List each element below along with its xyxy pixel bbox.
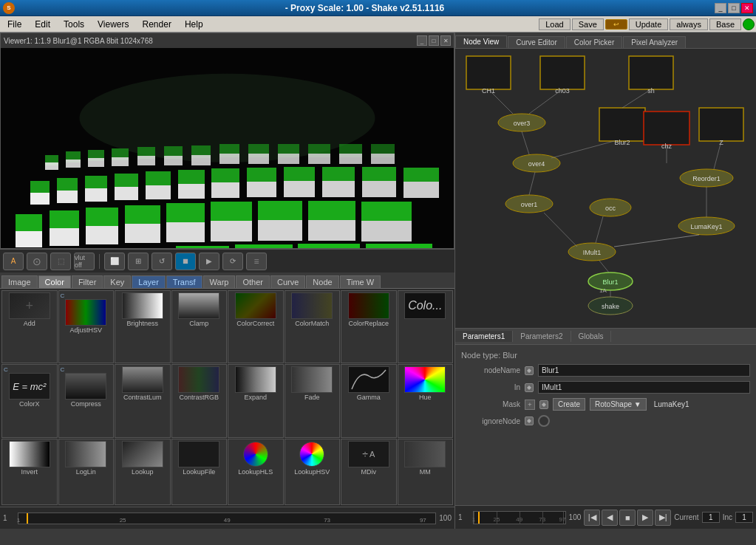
prev-frame-button[interactable]: ◀ [602,510,618,526]
tool-lookupfile[interactable]: LookupFile [171,439,228,505]
params-tab-2[interactable]: Parameters2 [513,331,571,342]
update-button[interactable]: Update [629,18,668,30]
tool-lookup[interactable]: Lookup [115,439,171,505]
menu-render[interactable]: Render [137,18,177,31]
next-end-button[interactable]: ▶| [655,510,671,526]
tab-warp[interactable]: Warp [203,275,236,288]
tool-fade[interactable]: Fade [285,364,341,437]
svg-rect-25 [339,154,362,164]
tab-node[interactable]: Node [306,275,338,288]
tab-timew[interactable]: Time W [340,275,381,288]
tool-lookuphls[interactable]: LookupHLS [228,439,284,505]
node-graph[interactable]: CH1 ch03 sh Blur2 chz Z over3 [455,49,756,328]
tool-colorcorrect[interactable]: ColorCorrect [228,290,284,363]
next-frame-button[interactable]: ▶ [637,510,653,526]
bottom-timeline-track[interactable]: 1 25 49 73 97 [473,511,566,524]
channel-toggle[interactable]: ⊙ [27,253,47,270]
tool-compress[interactable]: C Compress [58,364,115,437]
tab-node-view[interactable]: Node View [455,35,507,48]
svg-rect-41 [211,182,239,198]
current-frame[interactable]: 1 [702,512,720,523]
tool-contrastrgb[interactable]: ContrastRGB [171,364,228,437]
menu-file[interactable]: File [1,18,27,31]
param-ignore-connector[interactable] [525,417,534,425]
tool-contrastlum[interactable]: ContrastLum [115,364,171,437]
tool-brightness[interactable]: Brightness [115,290,171,363]
svg-rect-33 [85,188,107,202]
fit-button[interactable]: ⬚ [50,253,71,270]
zoom-button[interactable]: ⊞ [128,253,149,270]
tool-lookuphsv[interactable]: LookupHSV [285,439,341,505]
tab-image[interactable]: Image [1,275,38,288]
tool-clamp[interactable]: Clamp [171,290,228,363]
tool-colorx-icon[interactable]: Colo... [398,290,454,363]
menu-tools[interactable]: Tools [58,18,90,31]
svg-text:over4: over4 [528,160,545,168]
loop-button[interactable]: ↺ [151,253,172,270]
tool-colorx[interactable]: C E = mc² ColorX [1,364,58,437]
tab-curve[interactable]: Curve [270,275,305,288]
tool-invert[interactable]: Invert [1,439,58,505]
viewer-maximize[interactable]: □ [429,35,439,46]
always-button[interactable]: always [670,18,708,30]
tool-colorreplace[interactable]: ColorReplace [341,290,397,363]
tool-add[interactable]: + Add [1,290,58,363]
tool-expand[interactable]: Expand [228,364,284,437]
flip-button[interactable]: ⟳ [222,253,243,270]
flipbook-button[interactable]: ▶ [199,253,219,270]
tab-transf[interactable]: Transf [166,275,202,288]
svg-text:Blur2: Blur2 [614,139,630,146]
base-button[interactable]: Base [709,18,741,30]
maximize-button[interactable]: □ [728,3,740,13]
tab-pixel-analyzer[interactable]: Pixel Analyzer [623,36,686,48]
viewer-minimize[interactable]: _ [417,35,427,46]
tool-colormatch[interactable]: ColorMatch [285,290,341,363]
menu-help[interactable]: Help [179,18,209,31]
tab-curve-editor[interactable]: Curve Editor [508,36,565,48]
svg-point-123 [588,272,633,290]
tool-hue[interactable]: Hue [398,364,454,437]
tool-mdiv[interactable]: ÷ A MDiv [341,439,397,505]
params-tab-globals[interactable]: Globals [571,331,612,342]
tab-color[interactable]: Color [38,275,71,288]
param-nodename-connector[interactable] [525,366,534,375]
timeline-track[interactable]: 1 25 49 73 97 [18,513,436,524]
stop-button[interactable]: ■ [619,510,636,526]
viewer-close[interactable]: ✕ [440,35,451,46]
load-button[interactable]: Load [539,18,570,30]
params-tab-1[interactable]: Parameters1 [455,331,513,342]
compare-button[interactable]: ≡ [246,253,267,270]
create-button[interactable]: Create [553,398,585,411]
frame-button[interactable]: ⬜ [104,253,125,270]
menu-edit[interactable]: Edit [29,18,56,31]
svg-text:occ: occ [605,205,616,212]
param-mask-expand[interactable]: + [525,400,535,410]
prev-start-button[interactable]: |◀ [584,510,600,526]
save-button[interactable]: Save [572,18,604,30]
rotoshape-dropdown[interactable]: RotoShape ▼ [590,398,647,411]
tool-mm[interactable]: MM [398,439,454,505]
inc-label: Inc [723,513,732,521]
tool-grid: + Add C AdjustHSV Brightness Clamp [0,289,454,507]
tab-filter[interactable]: Filter [72,275,103,288]
param-in-connector[interactable] [525,383,534,392]
tool-gamma[interactable]: Gamma [341,364,397,437]
tool-loglin[interactable]: LogLin [58,439,115,505]
vlut-button[interactable]: vlut off [74,253,95,270]
param-mask-connector[interactable] [539,400,548,409]
inc-value[interactable]: 1 [735,512,753,523]
timeline-end: 100 [439,514,452,522]
ignore-toggle[interactable] [538,415,550,427]
tool-adjusthsv[interactable]: C AdjustHSV [58,290,115,363]
tab-other[interactable]: Other [236,275,270,288]
menu-viewers[interactable]: Viewers [92,18,134,31]
viewer-toggle[interactable]: A [3,253,24,270]
tab-color-picker[interactable]: Color Picker [566,36,622,48]
tab-layer[interactable]: Layer [132,275,166,288]
close-button[interactable]: ✕ [741,3,753,13]
minimize-button[interactable]: _ [715,3,726,13]
play-button[interactable]: ⏹ [175,253,196,270]
param-in-input[interactable] [538,381,750,394]
tab-key[interactable]: Key [103,275,131,288]
param-nodename-input[interactable] [538,364,750,377]
